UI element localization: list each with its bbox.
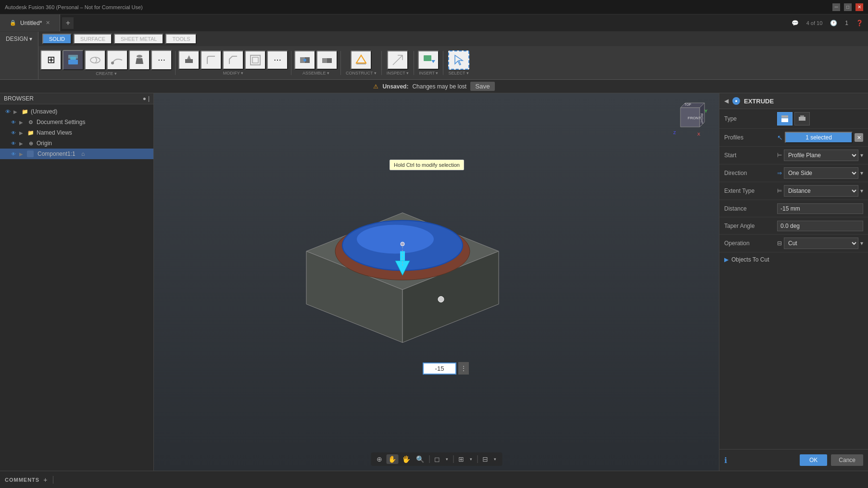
design-dropdown[interactable]: DESIGN ▾: [0, 32, 38, 79]
objects-to-cut-row[interactable]: ▶ Objects To Cut: [719, 252, 868, 267]
tree-label-unsaved: (Unsaved): [31, 108, 57, 115]
distance-input[interactable]: [423, 363, 456, 375]
loft-button[interactable]: [129, 50, 150, 70]
expand-doc[interactable]: ▶: [19, 120, 25, 125]
display-mode-button[interactable]: ◻: [432, 454, 442, 464]
panel-collapse-button[interactable]: ◀: [724, 98, 729, 104]
svg-point-41: [438, 296, 444, 302]
measure-button[interactable]: [387, 50, 408, 70]
feedback-icon[interactable]: 💬: [792, 20, 799, 26]
tree-item-unsaved[interactable]: 👁 ▶ 📁 (Unsaved): [0, 106, 153, 117]
more-modify-button[interactable]: ⋯: [267, 50, 288, 70]
select-group-label[interactable]: SELECT ▾: [446, 71, 470, 75]
new-component-button[interactable]: ⊞: [40, 50, 62, 70]
distance-value[interactable]: [777, 203, 863, 214]
maximize-button[interactable]: □: [844, 3, 852, 11]
profiles-selected-button[interactable]: 1 selected: [785, 132, 853, 143]
inspect-group-label[interactable]: INSPECT ▾: [385, 71, 411, 75]
tree-item-doc-settings[interactable]: 👁 ▶ ⚙ Document Settings: [0, 117, 153, 127]
grid-dropdown-button[interactable]: ▾: [468, 456, 474, 463]
insert-group-label[interactable]: INSERT ▾: [417, 71, 440, 75]
expand-unsaved[interactable]: ▶: [13, 109, 19, 114]
taper-field[interactable]: [777, 221, 863, 231]
grid-button[interactable]: ⊞: [456, 454, 466, 464]
tree-item-named-views[interactable]: 👁 ▶ 📁 Named Views: [0, 127, 153, 138]
view-layout-button[interactable]: ⊟: [480, 454, 490, 464]
revolve-button[interactable]: [85, 50, 106, 70]
distance-input-container[interactable]: ⋮: [423, 362, 469, 375]
extrude-button[interactable]: [63, 50, 84, 70]
press-pull-button[interactable]: [178, 50, 200, 70]
direction-select[interactable]: One Side Two Sides Symmetric: [784, 167, 858, 179]
tree-item-component[interactable]: 👁 ▶ Component1:1 ⌂: [0, 149, 153, 159]
direction-value[interactable]: ⇒ One Side Two Sides Symmetric ▾: [777, 167, 863, 179]
ok-button[interactable]: OK: [800, 454, 827, 466]
distance-field[interactable]: [777, 203, 863, 214]
tab-title: Untitled*: [20, 20, 42, 26]
as-built-button[interactable]: [316, 50, 338, 70]
eye-icon-unsaved[interactable]: 👁: [4, 108, 12, 115]
titlebar-controls: ─ □ ✕: [832, 3, 863, 11]
profiles-clear-button[interactable]: ✕: [855, 133, 863, 142]
view-layout-dropdown[interactable]: ▾: [492, 456, 498, 463]
eye-icon-component[interactable]: 👁: [10, 150, 17, 158]
assemble-group-label[interactable]: ASSEMBLE ▾: [301, 71, 331, 75]
tab-sheet-metal[interactable]: SHEET METAL: [114, 34, 164, 44]
type-btn-1[interactable]: [777, 112, 793, 125]
fillet-button[interactable]: [201, 50, 222, 70]
select-button[interactable]: [448, 50, 469, 70]
create-group-label[interactable]: CREATE ▾: [94, 71, 118, 76]
operation-select[interactable]: Cut Join Intersect New Body New Componen…: [784, 238, 858, 249]
minimize-button[interactable]: ─: [832, 3, 840, 11]
viewport[interactable]: FRONT TOP RIGHT Z X Y Hold Ctrl to modif…: [154, 93, 719, 471]
expand-views[interactable]: ▶: [19, 130, 25, 136]
tab-surface[interactable]: SURFACE: [74, 34, 112, 44]
eye-icon-doc[interactable]: 👁: [10, 118, 17, 126]
tree-item-origin[interactable]: 👁 ▶ ⊕ Origin: [0, 138, 153, 149]
navigation-cube[interactable]: FRONT TOP RIGHT Z X Y: [671, 98, 709, 137]
add-tab-button[interactable]: +: [62, 17, 74, 29]
modify-group-label[interactable]: MODIFY ▾: [221, 71, 245, 75]
snap-button[interactable]: ⊕: [375, 454, 384, 464]
orbit-button[interactable]: ✋: [386, 454, 398, 464]
add-comment-button[interactable]: +: [43, 476, 47, 484]
home-icon-component[interactable]: ⌂: [79, 150, 87, 158]
save-button[interactable]: Save: [470, 82, 494, 91]
expand-origin[interactable]: ▶: [19, 141, 25, 146]
zoom-button[interactable]: 🔍: [414, 454, 426, 464]
start-select[interactable]: Profile Plane: [784, 150, 858, 161]
close-button[interactable]: ✕: [855, 3, 863, 11]
3d-object[interactable]: [282, 155, 523, 349]
pan-button[interactable]: 🖐: [400, 454, 412, 464]
start-value[interactable]: ⊢ Profile Plane ▾: [777, 150, 863, 161]
eye-icon-views[interactable]: 👁: [10, 129, 17, 137]
display-dropdown-button[interactable]: ▾: [444, 456, 450, 463]
joint-button[interactable]: [294, 50, 315, 70]
sweep-button[interactable]: [107, 50, 128, 70]
expand-component[interactable]: ▶: [19, 151, 25, 157]
operation-value[interactable]: ⊟ Cut Join Intersect New Body New Compon…: [777, 238, 863, 249]
insert-button[interactable]: [418, 50, 439, 70]
browser-expand-button[interactable]: |: [148, 95, 150, 102]
tab-solid[interactable]: SOLID: [42, 34, 72, 44]
info-button[interactable]: ℹ: [724, 454, 727, 466]
chamfer-button[interactable]: [223, 50, 244, 70]
cancel-button[interactable]: Cance: [831, 454, 863, 466]
type-btn-2[interactable]: [794, 112, 810, 125]
shell-button[interactable]: [245, 50, 266, 70]
notification-badge[interactable]: 1: [845, 20, 848, 26]
extent-type-value[interactable]: ⊨ Distance To Object To Face Through All…: [777, 185, 863, 197]
construct-button[interactable]: [351, 50, 372, 70]
eye-icon-origin[interactable]: 👁: [10, 139, 17, 147]
svg-point-4: [111, 62, 114, 64]
browser-collapse-button[interactable]: ●: [143, 95, 146, 102]
tab-tools[interactable]: TOOLS: [165, 34, 197, 44]
more-create-button[interactable]: ⋯: [151, 50, 172, 70]
distance-menu-button[interactable]: ⋮: [458, 362, 469, 375]
active-tab[interactable]: 🔒 Untitled* ✕: [0, 14, 60, 31]
help-icon[interactable]: ❓: [856, 20, 863, 26]
tab-close-icon[interactable]: ✕: [46, 20, 50, 26]
extent-type-select[interactable]: Distance To Object To Face Through All: [784, 185, 858, 197]
taper-value[interactable]: [777, 221, 863, 231]
construct-group-label[interactable]: CONSTRUCT ▾: [344, 71, 378, 75]
